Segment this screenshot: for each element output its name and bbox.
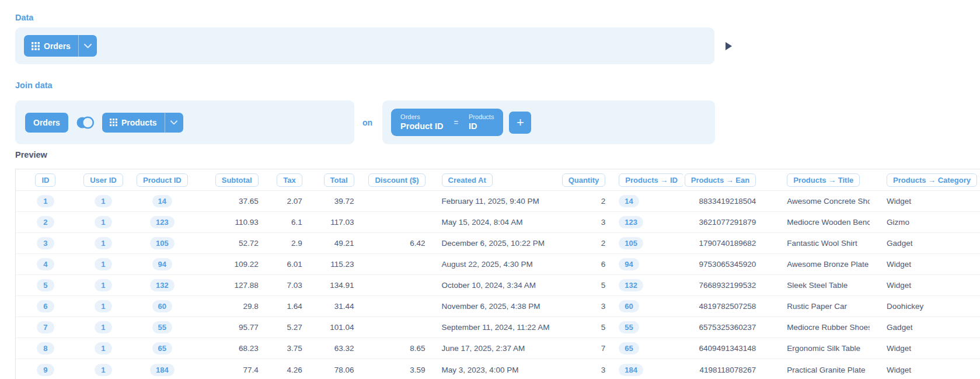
column-header-pill[interactable]: Subtotal [215,173,259,187]
cell-value: 4.26 [287,366,302,374]
id-link-pill[interactable]: 6 [37,300,54,312]
column-header-pill[interactable]: Total [324,173,354,187]
column-header[interactable]: Products → Ean [683,169,762,190]
column-header-pill[interactable]: Tax [277,173,302,187]
id-link-pill[interactable]: 1 [95,279,112,291]
data-table-picker-main[interactable]: Orders [24,35,78,57]
id-link-pill[interactable]: 55 [152,321,172,333]
data-table-dropdown-chevron[interactable] [79,35,97,57]
column-header-pill[interactable]: Products → ID [619,173,683,187]
id-link-pill[interactable]: 60 [619,300,639,312]
id-link-pill[interactable]: 8 [37,342,54,354]
id-link-pill[interactable]: 1 [95,216,112,228]
data-table-picker-button[interactable]: Orders [24,35,97,57]
id-link-pill[interactable]: 184 [619,364,643,376]
id-link-pill[interactable]: 7 [37,321,54,333]
table-cell: 37.65 [193,191,264,211]
table-cell [360,275,431,295]
preview-table: IDUser IDProduct IDSubtotalTaxTotalDisco… [15,169,980,379]
join-condition-right[interactable]: Products ID [469,113,494,132]
table-cell: 63.32 [308,338,360,359]
id-link-pill[interactable]: 5 [37,279,54,291]
cell-value: 2 [601,197,606,206]
table-row: 9118477.44.2678.063.59May 3, 2023, 4:00 … [16,359,980,379]
table-cell: 49.21 [308,233,360,253]
id-link-pill[interactable]: 1 [95,258,112,270]
table-grid-icon [110,119,117,126]
id-link-pill[interactable]: 1 [95,195,112,207]
preview-run-icon[interactable] [726,42,732,50]
column-header[interactable]: Total [308,169,360,190]
id-link-pill[interactable]: 1 [95,364,112,376]
add-join-condition-button[interactable]: + [509,112,531,134]
id-link-pill[interactable]: 65 [619,342,639,354]
id-link-pill[interactable]: 2 [37,216,54,228]
column-header[interactable]: Product ID [131,169,193,190]
join-condition-operator[interactable]: = [454,118,458,127]
join-right-table-dropdown-chevron[interactable] [165,113,183,133]
id-link-pill[interactable]: 94 [152,258,172,270]
column-header-pill[interactable]: Products → Category [887,173,977,187]
id-link-pill[interactable]: 1 [95,237,112,249]
id-link-pill[interactable]: 1 [95,321,112,333]
id-link-pill[interactable]: 184 [150,364,175,376]
table-cell: 6 [560,254,611,274]
join-condition-pill[interactable]: Orders Product ID = Products ID [391,109,503,136]
column-header-pill[interactable]: Created At [442,173,493,187]
id-link-pill[interactable]: 55 [619,321,639,333]
column-header-pill[interactable]: Product ID [137,173,188,187]
column-header[interactable]: Products → ID [611,169,683,190]
id-link-pill[interactable]: 132 [619,279,643,291]
cell-value: May 15, 2024, 8:04 AM [442,218,523,227]
id-link-pill[interactable]: 14 [619,195,639,207]
id-link-pill[interactable]: 1 [95,342,112,354]
join-right-table-main[interactable]: Products [102,113,165,133]
column-header-pill[interactable]: Quantity [562,173,606,187]
column-header[interactable]: Subtotal [193,169,264,190]
id-link-pill[interactable]: 123 [619,216,643,228]
table-cell: Gadget [870,317,980,338]
cell-value: February 11, 2025, 9:40 PM [442,197,539,206]
id-link-pill[interactable]: 1 [37,195,54,207]
table-cell: 1 [75,296,131,317]
id-link-pill[interactable]: 132 [150,279,175,291]
column-header[interactable]: Created At [431,169,561,190]
table-cell: Gadget [870,233,980,253]
id-link-pill[interactable]: 105 [150,237,175,249]
column-header-pill[interactable]: User ID [83,173,123,187]
join-condition-left[interactable]: Orders Product ID [400,113,443,132]
id-link-pill[interactable]: 65 [152,342,172,354]
id-link-pill[interactable]: 94 [619,258,639,270]
table-cell: 3.59 [360,359,431,379]
table-cell: 8 [16,338,75,359]
column-header[interactable]: Products → Category [870,169,980,190]
id-link-pill[interactable]: 60 [152,300,172,312]
id-link-pill[interactable]: 123 [150,216,175,228]
id-link-pill[interactable]: 9 [37,364,54,376]
column-header-pill[interactable]: Discount ($) [368,173,425,187]
column-header[interactable]: Quantity [560,169,611,190]
cell-value: Awesome Bronze Plate [787,260,869,269]
join-on-label: on [362,118,372,127]
column-header[interactable]: Products → Title [762,169,870,190]
column-header[interactable]: Discount ($) [360,169,431,190]
join-right-table-picker-button[interactable]: Products [102,113,183,133]
id-link-pill[interactable]: 3 [37,237,54,249]
table-cell: Practical Granite Plate [762,359,870,379]
column-header[interactable]: User ID [75,169,131,190]
column-header-pill[interactable]: Products → Ean [685,173,756,187]
table-cell: 3621077291879 [683,212,762,232]
cell-value: Awesome Concrete Shoes [787,197,870,206]
column-header[interactable]: Tax [264,169,308,190]
id-link-pill[interactable]: 14 [152,195,172,207]
column-header-pill[interactable]: Products → Title [787,173,860,187]
table-cell: 14 [611,191,683,211]
left-join-type-icon[interactable] [75,115,95,130]
id-link-pill[interactable]: 105 [619,237,643,249]
cell-value: Gadget [887,239,912,248]
id-link-pill[interactable]: 4 [37,258,54,270]
column-header[interactable]: ID [16,169,75,190]
id-link-pill[interactable]: 1 [95,300,112,312]
column-header-pill[interactable]: ID [35,173,55,187]
join-left-table-button[interactable]: Orders [25,113,68,133]
